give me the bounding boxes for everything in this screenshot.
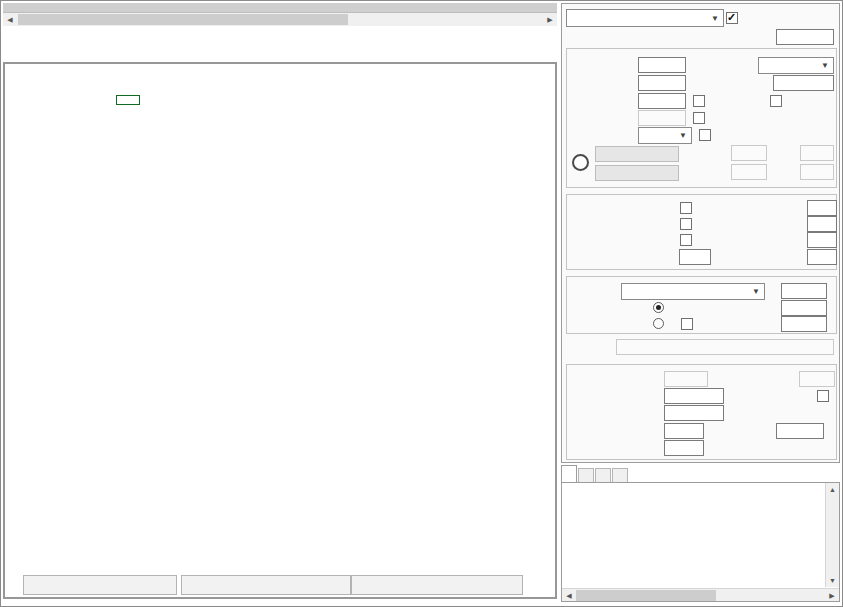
tab-grades[interactable] [612,468,628,483]
scroll-right-icon[interactable]: ▶ [543,13,557,26]
log-scale-y-label [557,219,675,233]
fit-prob-till-field[interactable] [807,216,837,232]
scroll-down-icon[interactable]: ▼ [826,574,839,587]
grid-horizontal-scrollbar[interactable]: ◀ ▶ [3,13,557,26]
sweep-option-label [575,286,617,300]
v-bias-field[interactable] [638,57,686,73]
up-mv-field [731,145,767,161]
auto-detect-by-select[interactable]: ▼ [638,127,692,144]
results-horizontal-scrollbar[interactable]: ◀ ▶ [562,588,839,601]
pulse-width-label [575,391,661,405]
test-mode-select[interactable]: ▼ [566,9,724,27]
detect-by-pulse-button[interactable] [595,146,679,162]
approximation-group [566,194,837,270]
fit-prob-from-order-label [675,203,803,217]
auto-detect-valid-vbias-checkbox[interactable] [726,12,738,24]
chevron-down-icon: ▼ [821,61,829,70]
scroll-left-icon[interactable]: ◀ [562,589,576,602]
negative-side-radio[interactable] [653,318,664,329]
tmr-label [571,78,635,92]
tmr-field[interactable] [638,75,686,91]
app-window: ◀ ▶ ▼ [0,0,843,607]
pre-readout-delay-label [557,426,661,440]
tab-results[interactable] [561,465,577,483]
sweep-inc-field[interactable] [781,316,827,332]
clear-results-button[interactable] [23,575,177,595]
reset-pulse-width-label [685,443,773,457]
scroll-left-icon[interactable]: ◀ [3,13,17,26]
cycles-field[interactable] [638,93,686,109]
tab-data[interactable] [578,468,594,483]
settings-panel: ▼ ▼ [559,1,843,607]
reverse-mtj-checkbox[interactable] [770,95,782,107]
sweep-to-field[interactable] [781,300,827,316]
reset-pulse-field [799,371,835,387]
asymmetric-pulses-checkbox[interactable] [817,390,829,402]
asymmetric-pulses-label [717,391,811,405]
positive-side-radio[interactable] [653,302,664,313]
sweep-group: ▼ [566,276,837,334]
fit-ber-to-order-field[interactable] [807,232,837,248]
reset-field-field[interactable] [773,75,834,91]
auto-max-vbias-field[interactable] [776,29,834,45]
start-fit-from-ber-field[interactable] [807,249,837,265]
ber-sweep-plot[interactable] [5,64,559,574]
scroll-up-icon[interactable]: ▲ [826,483,839,496]
initial-reset-select[interactable]: ▼ [758,57,834,74]
reset-field-label [687,78,770,92]
fit-prob-from-order-field[interactable] [807,200,837,216]
coarse-until-checkbox[interactable] [693,112,705,124]
coarse-cycles-label [571,113,635,127]
detect-by-field-button[interactable] [595,165,679,181]
readout-delay-field[interactable] [776,423,824,439]
fit-prob-till-label [675,219,803,233]
value-list-field [616,339,834,355]
primary-pulse-field [664,371,708,387]
detect-status-indicator [572,154,589,171]
sweep-from-field[interactable] [781,283,827,299]
chevron-down-icon: ▼ [711,14,719,23]
reset-plot-button[interactable] [181,575,351,595]
down-field-field [800,164,834,180]
auto-detect-by-label [567,130,635,144]
discrete-checkbox[interactable] [681,318,693,330]
h-bias-field[interactable] [664,405,724,421]
test-history-grid: ◀ ▶ [3,3,557,26]
scrollbar-thumb[interactable] [576,590,716,601]
up-field-field [731,164,767,180]
sweep-to-label [738,303,778,317]
target-probability-label [557,252,675,266]
scroll-right-icon[interactable]: ▶ [825,589,839,602]
sweep-settings-box: ▼ ▼ [561,3,840,463]
chart-panel [3,62,557,599]
post-readout-delay-label [557,443,661,457]
tab-parameters[interactable] [595,468,611,483]
results-tabstrip [561,465,629,483]
h-bias-label [575,408,661,422]
use-self-threshold-checkbox[interactable] [699,129,711,141]
auto-max-vbias-label [622,32,772,46]
grid-empty-area [3,3,557,13]
cycles-label [571,96,635,110]
coarse-cycles-field [638,110,686,126]
measurement-group: ▼ ▼ [566,48,837,188]
start-fit-from-ber-label [675,252,803,266]
log-scale-x-label [557,235,675,249]
scrollbar-thumb[interactable] [18,14,348,25]
readout-delay-label [685,426,773,440]
fit-ber-to-order-label [675,235,803,249]
results-table: ▲ ▼ ◀ ▶ [561,482,840,602]
chevron-down-icon: ▼ [679,131,687,140]
initial-reset-label [697,60,755,74]
results-vertical-scrollbar[interactable]: ▲ ▼ [825,483,839,587]
show-all-button[interactable] [351,575,523,595]
plot-data-fitting-label [577,203,675,217]
v-bias-label [571,60,635,74]
pulse-config-group [566,364,837,460]
sweep-inc-label [738,319,778,333]
down-mv-field [800,145,834,161]
terminate-early-checkbox[interactable] [693,95,705,107]
sweep-from-label [738,286,778,300]
pulse-width-field[interactable] [664,388,724,404]
